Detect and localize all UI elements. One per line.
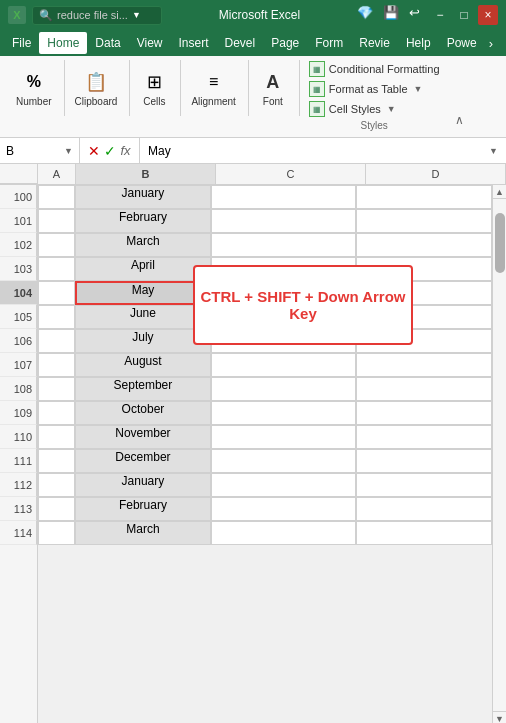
cell-b100[interactable]: January bbox=[75, 185, 211, 209]
cell-b107[interactable]: August bbox=[75, 353, 211, 377]
menu-view[interactable]: View bbox=[129, 32, 171, 54]
cell-a107[interactable] bbox=[38, 353, 75, 377]
clipboard-button[interactable]: 📋 Clipboard bbox=[71, 66, 122, 110]
menu-review[interactable]: Revie bbox=[351, 32, 398, 54]
cell-d113[interactable] bbox=[356, 497, 492, 521]
cell-b111[interactable]: December bbox=[75, 449, 211, 473]
cell-d114[interactable] bbox=[356, 521, 492, 545]
cell-a114[interactable] bbox=[38, 521, 75, 545]
close-button[interactable]: × bbox=[478, 5, 498, 25]
col-header-b[interactable]: B bbox=[76, 164, 216, 184]
conditional-formatting-button[interactable]: ▦ Conditional Formatting bbox=[306, 60, 443, 78]
cell-b112[interactable]: January bbox=[75, 473, 211, 497]
cell-c108[interactable] bbox=[211, 377, 356, 401]
formula-expand[interactable]: ▼ bbox=[489, 146, 498, 156]
cell-styles-button[interactable]: ▦ Cell Styles ▼ bbox=[306, 100, 399, 118]
formula-input[interactable]: May ▼ bbox=[140, 144, 506, 158]
menu-data[interactable]: Data bbox=[87, 32, 128, 54]
cell-b108[interactable]: September bbox=[75, 377, 211, 401]
cell-b101[interactable]: February bbox=[75, 209, 211, 233]
cell-c110[interactable] bbox=[211, 425, 356, 449]
scrollbar-thumb[interactable] bbox=[495, 213, 505, 273]
ribbon-group-clipboard: 📋 Clipboard bbox=[67, 60, 131, 116]
insert-function-button[interactable]: fx bbox=[120, 143, 130, 158]
scrollbar-up-arrow[interactable]: ▲ bbox=[493, 185, 507, 199]
cell-a101[interactable] bbox=[38, 209, 75, 233]
formula-bar: B ▼ ✕ ✓ fx May ▼ bbox=[0, 138, 506, 164]
cell-b104[interactable]: May bbox=[75, 281, 211, 305]
cell-d108[interactable] bbox=[356, 377, 492, 401]
cell-c112[interactable] bbox=[211, 473, 356, 497]
menu-help[interactable]: Help bbox=[398, 32, 439, 54]
row-101: 101 bbox=[0, 209, 37, 233]
cell-a106[interactable] bbox=[38, 329, 75, 353]
cell-c102[interactable] bbox=[211, 233, 356, 257]
cell-b103[interactable]: April bbox=[75, 257, 211, 281]
cells-button[interactable]: ⊞ Cells bbox=[136, 66, 172, 110]
name-box[interactable]: B ▼ bbox=[0, 138, 80, 163]
cell-d110[interactable] bbox=[356, 425, 492, 449]
cell-a109[interactable] bbox=[38, 401, 75, 425]
alignment-button[interactable]: ≡ Alignment bbox=[187, 66, 239, 110]
maximize-button[interactable]: □ bbox=[454, 5, 474, 25]
cells-icon: ⊞ bbox=[140, 68, 168, 96]
cell-b109[interactable]: October bbox=[75, 401, 211, 425]
col-header-c[interactable]: C bbox=[216, 164, 366, 184]
cell-a111[interactable] bbox=[38, 449, 75, 473]
cell-c114[interactable] bbox=[211, 521, 356, 545]
cell-b105[interactable]: June bbox=[75, 305, 211, 329]
menu-page[interactable]: Page bbox=[263, 32, 307, 54]
menu-power[interactable]: Powe bbox=[439, 32, 485, 54]
table-row: December bbox=[38, 449, 492, 473]
cell-a112[interactable] bbox=[38, 473, 75, 497]
cell-c113[interactable] bbox=[211, 497, 356, 521]
vertical-scrollbar[interactable]: ▲ ▼ bbox=[492, 185, 506, 723]
cell-b113[interactable]: February bbox=[75, 497, 211, 521]
font-button[interactable]: A Font bbox=[255, 66, 291, 110]
cancel-formula-button[interactable]: ✕ bbox=[88, 143, 100, 159]
cell-a108[interactable] bbox=[38, 377, 75, 401]
scrollbar-down-arrow[interactable]: ▼ bbox=[493, 711, 507, 723]
cell-b114[interactable]: March bbox=[75, 521, 211, 545]
cell-d109[interactable] bbox=[356, 401, 492, 425]
minimize-button[interactable]: − bbox=[430, 5, 450, 25]
confirm-formula-button[interactable]: ✓ bbox=[104, 143, 116, 159]
menu-home[interactable]: Home bbox=[39, 32, 87, 54]
cell-c111[interactable] bbox=[211, 449, 356, 473]
cell-b110[interactable]: November bbox=[75, 425, 211, 449]
row-112: 112 bbox=[0, 473, 37, 497]
number-button[interactable]: % Number bbox=[12, 66, 56, 110]
cell-a105[interactable] bbox=[38, 305, 75, 329]
name-box-dropdown[interactable]: ▼ bbox=[64, 146, 73, 156]
menu-insert[interactable]: Insert bbox=[171, 32, 217, 54]
cell-a102[interactable] bbox=[38, 233, 75, 257]
cell-b106[interactable]: July bbox=[75, 329, 211, 353]
cell-c100[interactable] bbox=[211, 185, 356, 209]
cell-a103[interactable] bbox=[38, 257, 75, 281]
cell-d102[interactable] bbox=[356, 233, 492, 257]
cell-d101[interactable] bbox=[356, 209, 492, 233]
ribbon-collapse-button[interactable]: ∧ bbox=[453, 113, 467, 131]
cell-d107[interactable] bbox=[356, 353, 492, 377]
col-header-a[interactable]: A bbox=[38, 164, 76, 184]
menu-devel[interactable]: Devel bbox=[217, 32, 264, 54]
title-search[interactable]: 🔍 reduce file si... ▼ bbox=[32, 6, 162, 25]
cell-d112[interactable] bbox=[356, 473, 492, 497]
cell-d100[interactable] bbox=[356, 185, 492, 209]
cell-c109[interactable] bbox=[211, 401, 356, 425]
conditional-formatting-label: Conditional Formatting bbox=[329, 63, 440, 75]
cell-a100[interactable] bbox=[38, 185, 75, 209]
format-table-button[interactable]: ▦ Format as Table ▼ bbox=[306, 80, 426, 98]
table-row: January bbox=[38, 185, 492, 209]
cell-c107[interactable] bbox=[211, 353, 356, 377]
cell-c101[interactable] bbox=[211, 209, 356, 233]
cell-d111[interactable] bbox=[356, 449, 492, 473]
cell-a113[interactable] bbox=[38, 497, 75, 521]
menu-form[interactable]: Form bbox=[307, 32, 351, 54]
menu-file[interactable]: File bbox=[4, 32, 39, 54]
cell-a104[interactable] bbox=[38, 281, 75, 305]
col-header-d[interactable]: D bbox=[366, 164, 506, 184]
cell-a110[interactable] bbox=[38, 425, 75, 449]
cell-b102[interactable]: March bbox=[75, 233, 211, 257]
menu-expand[interactable]: › bbox=[489, 36, 493, 51]
